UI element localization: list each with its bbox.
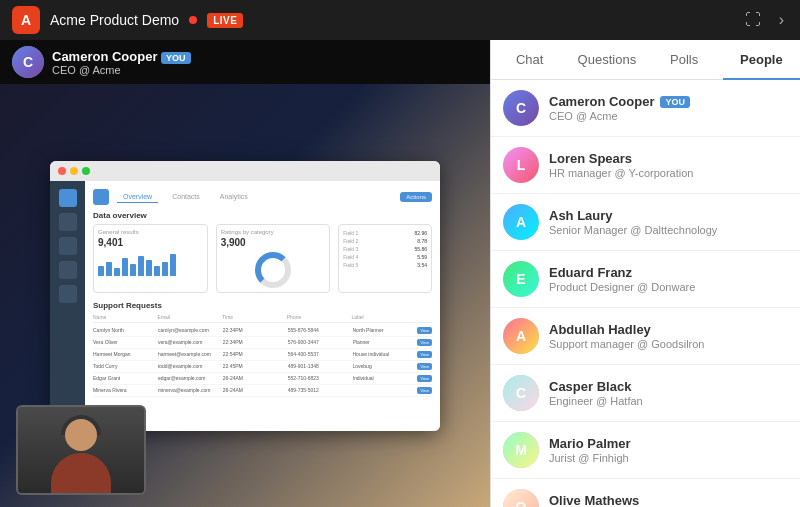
left-panel: C Cameron Cooper YOU CEO @ Acme bbox=[0, 40, 490, 507]
person-name: Cameron CooperYOU bbox=[549, 94, 788, 109]
live-dot bbox=[189, 16, 197, 24]
main-layout: C Cameron Cooper YOU CEO @ Acme bbox=[0, 40, 800, 507]
person-avatar: M bbox=[503, 432, 539, 468]
person-details: Cameron CooperYOUCEO @ Acme bbox=[549, 94, 788, 122]
live-badge: LIVE bbox=[207, 13, 243, 28]
person-details: Abdullah HadleySupport manager @ Goodsil… bbox=[549, 322, 788, 350]
screen-share-area: Overview Contacts Analytics Actions Data… bbox=[0, 84, 490, 507]
expand-icon[interactable]: ⛶ bbox=[741, 7, 765, 33]
you-badge: YOU bbox=[161, 52, 191, 64]
person-avatar: L bbox=[503, 147, 539, 183]
person-avatar: O bbox=[503, 489, 539, 507]
person-role: Jurist @ Finhigh bbox=[549, 452, 788, 464]
thumbnail-person-area bbox=[18, 407, 144, 493]
mock-dashboard: Overview Contacts Analytics Actions Data… bbox=[50, 161, 440, 431]
app-logo: A bbox=[12, 6, 40, 34]
person-details: Eduard FranzProduct Designer @ Donware bbox=[549, 265, 788, 293]
person-item: OOlive MathewsEnterprise Product Manager… bbox=[491, 479, 800, 507]
tab-polls[interactable]: Polls bbox=[646, 40, 723, 79]
person-head-shape bbox=[65, 419, 97, 451]
person-avatar: A bbox=[503, 204, 539, 240]
mock-sidebar bbox=[50, 181, 85, 431]
presenter-avatar-initial: C bbox=[12, 46, 44, 78]
person-item: LLoren SpearsHR manager @ Y-corporation bbox=[491, 137, 800, 194]
person-item: AAsh LaurySenior Manager @ Dalttechnolog… bbox=[491, 194, 800, 251]
person-role: Engineer @ Hatfan bbox=[549, 395, 788, 407]
person-item: CCasper BlackEngineer @ Hatfan bbox=[491, 365, 800, 422]
thumbnail-video bbox=[16, 405, 146, 495]
mock-titlebar bbox=[50, 161, 440, 181]
person-name: Olive Mathews bbox=[549, 493, 788, 507]
person-details: Loren SpearsHR manager @ Y-corporation bbox=[549, 151, 788, 179]
header: A Acme Product Demo LIVE ⛶ › bbox=[0, 0, 800, 40]
person-role: HR manager @ Y-corporation bbox=[549, 167, 788, 179]
person-name: Ash Laury bbox=[549, 208, 788, 223]
presenter-info: Cameron Cooper YOU CEO @ Acme bbox=[52, 49, 191, 76]
person-name: Loren Spears bbox=[549, 151, 788, 166]
mock-content: Overview Contacts Analytics Actions Data… bbox=[50, 181, 440, 431]
presenter-name: Cameron Cooper YOU bbox=[52, 49, 191, 64]
mock-main-area: Overview Contacts Analytics Actions Data… bbox=[85, 181, 440, 431]
person-item: AAbdullah HadleySupport manager @ Goodsi… bbox=[491, 308, 800, 365]
person-avatar: E bbox=[503, 261, 539, 297]
person-name: Eduard Franz bbox=[549, 265, 788, 280]
tabs: Chat Questions Polls People bbox=[491, 40, 800, 80]
presenter-role: CEO @ Acme bbox=[52, 64, 191, 76]
person-details: Casper BlackEngineer @ Hatfan bbox=[549, 379, 788, 407]
person-details: Olive MathewsEnterprise Product Manager … bbox=[549, 493, 788, 507]
person-name: Abdullah Hadley bbox=[549, 322, 788, 337]
person-details: Mario PalmerJurist @ Finhigh bbox=[549, 436, 788, 464]
person-avatar: C bbox=[503, 375, 539, 411]
tab-chat[interactable]: Chat bbox=[491, 40, 568, 79]
person-role: Product Designer @ Donware bbox=[549, 281, 788, 293]
person-item: MMario PalmerJurist @ Finhigh bbox=[491, 422, 800, 479]
people-list: CCameron CooperYOUCEO @ AcmeLLoren Spear… bbox=[491, 80, 800, 507]
person-item: CCameron CooperYOUCEO @ Acme bbox=[491, 80, 800, 137]
next-icon[interactable]: › bbox=[775, 7, 788, 33]
tab-questions[interactable]: Questions bbox=[568, 40, 645, 79]
person-name: Mario Palmer bbox=[549, 436, 788, 451]
person-details: Ash LaurySenior Manager @ Dalttechnology bbox=[549, 208, 788, 236]
presenter-avatar: C bbox=[12, 46, 44, 78]
person-role: CEO @ Acme bbox=[549, 110, 788, 122]
you-badge: YOU bbox=[660, 96, 690, 108]
tab-people[interactable]: People bbox=[723, 40, 800, 79]
presenter-bar: C Cameron Cooper YOU CEO @ Acme bbox=[0, 40, 490, 84]
right-panel: Chat Questions Polls People CCameron Coo… bbox=[490, 40, 800, 507]
person-name: Casper Black bbox=[549, 379, 788, 394]
person-item: EEduard FranzProduct Designer @ Donware bbox=[491, 251, 800, 308]
person-role: Support manager @ Goodsilron bbox=[549, 338, 788, 350]
person-body-shape bbox=[51, 453, 111, 493]
app-title: Acme Product Demo bbox=[50, 12, 179, 28]
person-avatar: C bbox=[503, 90, 539, 126]
person-role: Senior Manager @ Dalttechnology bbox=[549, 224, 788, 236]
person-avatar: A bbox=[503, 318, 539, 354]
